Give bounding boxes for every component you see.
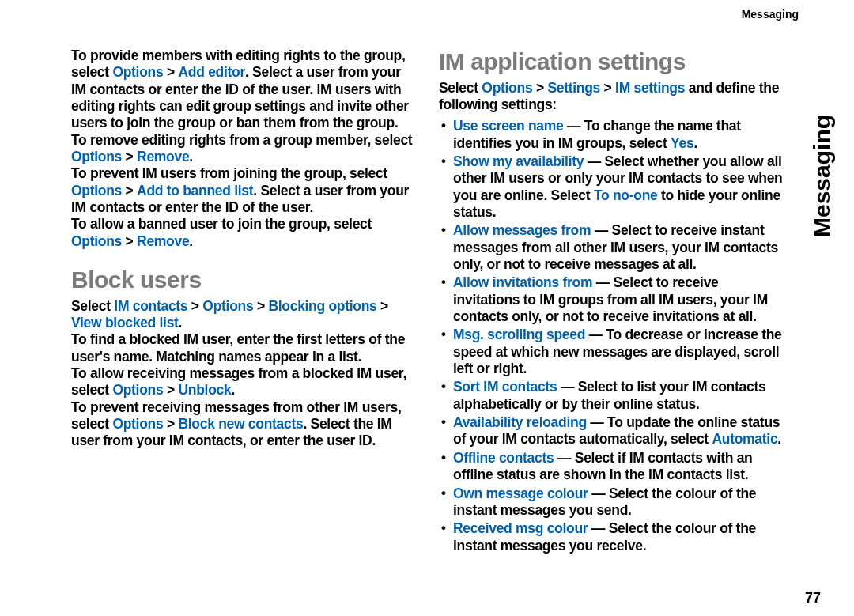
- text: .: [179, 315, 183, 331]
- menu-options: Options: [482, 80, 532, 96]
- block-p3: To allow receiving messages from a block…: [71, 365, 415, 399]
- setting-item: Own message colour — Select the colour o…: [439, 486, 783, 520]
- setting-item: Allow messages from — Select to receive …: [439, 222, 783, 273]
- menu-unblock: Unblock: [178, 382, 231, 398]
- text: To prevent IM users from joining the gro…: [71, 165, 387, 181]
- menu-im-settings: IM settings: [615, 80, 685, 96]
- setting-item: Sort IM contacts — Select to list your I…: [439, 379, 783, 413]
- setting-item: Availability reloading — To update the o…: [439, 414, 783, 448]
- menu-add-editor: Add editor: [178, 64, 245, 80]
- setting-name: Received msg colour: [453, 520, 588, 536]
- setting-item: Allow invitations from — Select to recei…: [439, 274, 783, 325]
- setting-name: Show my availability: [453, 153, 588, 169]
- menu-remove: Remove: [137, 233, 189, 249]
- setting-name: Use screen name: [453, 118, 563, 134]
- setting-name: Sort IM contacts: [453, 379, 557, 395]
- sep: >: [532, 80, 547, 96]
- text: .: [231, 382, 235, 398]
- page: Messaging Messaging 77 To provide member…: [0, 0, 854, 616]
- menu-blocking-options: Blocking options: [268, 298, 376, 314]
- sep: >: [253, 298, 268, 314]
- menu-options: Options: [112, 64, 163, 80]
- sep: >: [600, 80, 615, 96]
- setting-desc-tail: .: [777, 431, 781, 447]
- sep: >: [163, 64, 178, 80]
- text: To remove editing rights from a group me…: [71, 132, 412, 148]
- sep: >: [122, 149, 137, 164]
- menu-options: Options: [112, 416, 163, 432]
- setting-item: Msg. scrolling speed — To decrease or in…: [439, 327, 783, 377]
- setting-name: Own message colour: [453, 486, 588, 501]
- sep: >: [377, 298, 388, 314]
- right-column: IM application settings Select Options >…: [439, 47, 783, 556]
- sep: >: [163, 416, 178, 432]
- setting-value: Yes: [671, 135, 693, 151]
- setting-value: To no-one: [594, 187, 658, 203]
- menu-view-blocked: View blocked list: [71, 315, 179, 331]
- heading-block-users: Block users: [71, 266, 415, 295]
- left-p4: To allow a banned user to join the group…: [71, 216, 415, 250]
- page-number: 77: [805, 590, 821, 607]
- setting-name: Allow messages from: [453, 222, 595, 238]
- text: To allow a banned user to join the group…: [71, 216, 372, 232]
- im-lead: Select Options > Settings > IM settings …: [439, 80, 783, 114]
- setting-item: Received msg colour — Select the colour …: [439, 520, 783, 554]
- text: .: [189, 233, 193, 249]
- setting-item: Use screen name — To change the name tha…: [439, 118, 783, 152]
- block-p4: To prevent receiving messages from other…: [71, 399, 415, 450]
- left-p2: To remove editing rights from a group me…: [71, 132, 415, 166]
- menu-block-new: Block new contacts: [178, 416, 303, 432]
- menu-remove: Remove: [137, 149, 189, 164]
- left-p1: To provide members with editing rights t…: [71, 47, 415, 132]
- setting-name: Allow invitations from: [453, 274, 592, 290]
- sep: >: [122, 233, 137, 249]
- sep: >: [122, 183, 137, 198]
- block-p1: Select IM contacts > Options > Blocking …: [71, 298, 415, 332]
- left-column: To provide members with editing rights t…: [71, 47, 415, 556]
- block-p2: To find a blocked IM user, enter the fir…: [71, 331, 415, 365]
- content-columns: To provide members with editing rights t…: [71, 16, 800, 556]
- text: Select: [439, 80, 482, 96]
- setting-value: Automatic: [712, 431, 777, 447]
- setting-item: Show my availability — Select whether yo…: [439, 153, 783, 221]
- settings-list: Use screen name — To change the name tha…: [439, 118, 783, 554]
- sep: >: [187, 298, 202, 314]
- setting-name: Availability reloading: [453, 414, 587, 430]
- section-tab: Messaging: [809, 79, 850, 237]
- menu-options: Options: [202, 298, 253, 314]
- setting-name: Offline contacts: [453, 450, 554, 466]
- menu-options: Options: [71, 183, 122, 198]
- menu-im-contacts: IM contacts: [114, 298, 187, 314]
- text: .: [189, 149, 193, 164]
- sep: >: [163, 382, 178, 398]
- setting-item: Offline contacts — Select if IM contacts…: [439, 450, 783, 484]
- setting-desc-tail: .: [693, 135, 697, 151]
- header-topic: Messaging: [742, 8, 799, 21]
- menu-options: Options: [112, 382, 163, 398]
- heading-im-settings: IM application settings: [439, 47, 783, 77]
- menu-options: Options: [71, 149, 122, 164]
- text: Select: [71, 298, 114, 314]
- menu-settings: Settings: [547, 80, 600, 96]
- menu-add-banned: Add to banned list: [137, 183, 253, 198]
- left-p3: To prevent IM users from joining the gro…: [71, 165, 415, 216]
- setting-name: Msg. scrolling speed: [453, 327, 585, 342]
- menu-options: Options: [71, 233, 122, 249]
